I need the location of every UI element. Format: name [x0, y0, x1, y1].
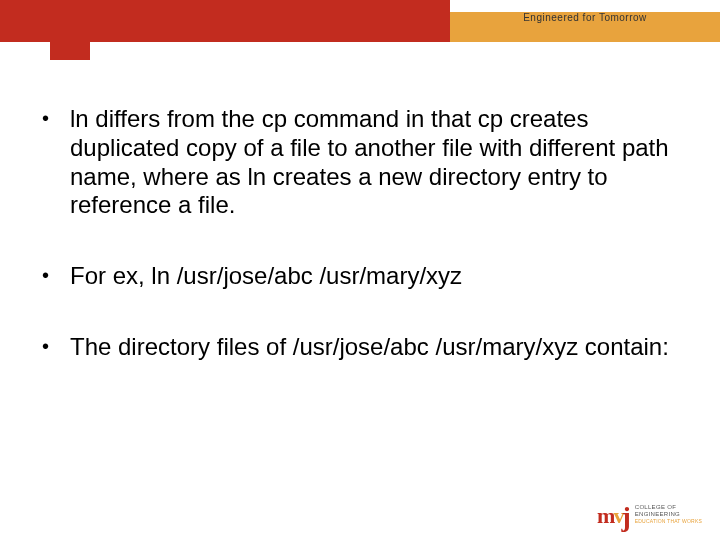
- bullet-text: ln differs from the cp command in that c…: [70, 105, 682, 220]
- bullet-dot: •: [42, 333, 70, 362]
- slide-content: • ln differs from the cp command in that…: [42, 105, 682, 404]
- bullet-dot: •: [42, 262, 70, 291]
- header-red-block: [0, 0, 450, 42]
- bullet-text: The directory files of /usr/jose/abc /us…: [70, 333, 682, 362]
- logo-line1: COLLEGE OF: [635, 504, 702, 511]
- bullet-item: • The directory files of /usr/jose/abc /…: [42, 333, 682, 362]
- bullet-item: • ln differs from the cp command in that…: [42, 105, 682, 220]
- header-tagline: Engineered for Tomorrow: [455, 12, 715, 24]
- logo-text-block: COLLEGE OF ENGINEERING EDUCATION THAT WO…: [635, 504, 702, 523]
- logo-mark: m v j: [597, 498, 631, 530]
- header-notch: [50, 42, 90, 60]
- logo-sub: EDUCATION THAT WORKS: [635, 518, 702, 524]
- logo-letter-j: j: [621, 501, 630, 533]
- bullet-dot: •: [42, 105, 70, 220]
- bullet-text: For ex, ln /usr/jose/abc /usr/mary/xyz: [70, 262, 682, 291]
- logo-line2: ENGINEERING: [635, 511, 702, 518]
- bullet-item: • For ex, ln /usr/jose/abc /usr/mary/xyz: [42, 262, 682, 291]
- footer-logo: m v j COLLEGE OF ENGINEERING EDUCATION T…: [597, 498, 702, 530]
